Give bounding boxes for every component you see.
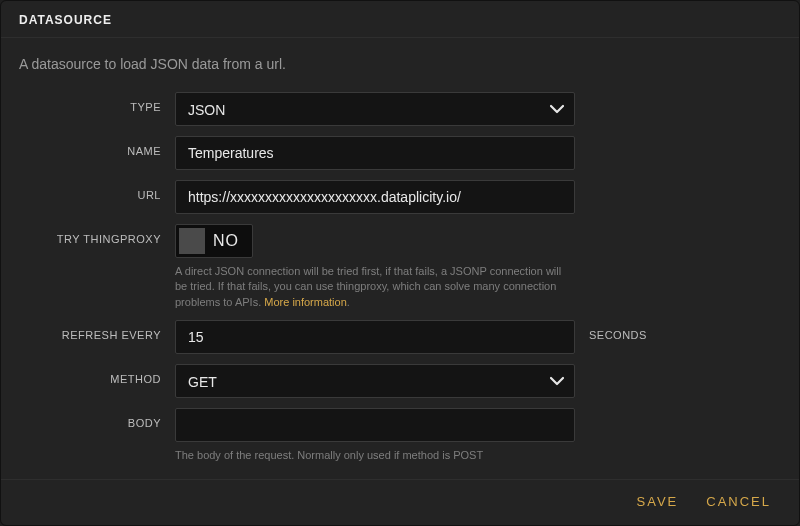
- dialog-subtitle: A datasource to load JSON data from a ur…: [1, 38, 799, 78]
- save-button[interactable]: SAVE: [637, 494, 679, 509]
- row-method: METHOD GET: [25, 364, 775, 398]
- refresh-input[interactable]: [175, 320, 575, 354]
- thingproxy-toggle[interactable]: NO: [175, 224, 253, 258]
- row-url: URL: [25, 180, 775, 214]
- thingproxy-toggle-value: NO: [205, 232, 249, 250]
- body-label: BODY: [25, 408, 175, 429]
- refresh-suffix: SECONDS: [575, 320, 695, 341]
- type-select-value: JSON: [188, 102, 225, 118]
- datasource-dialog: DATASOURCE A datasource to load JSON dat…: [0, 0, 800, 526]
- method-label: METHOD: [25, 364, 175, 385]
- row-refresh: REFRESH EVERY SECONDS: [25, 320, 775, 354]
- body-input[interactable]: [175, 408, 575, 442]
- thingproxy-help: A direct JSON connection will be tried f…: [175, 264, 575, 310]
- method-select[interactable]: GET: [175, 364, 575, 398]
- chevron-down-icon: [550, 104, 564, 114]
- chevron-down-icon: [550, 376, 564, 386]
- refresh-label: REFRESH EVERY: [25, 320, 175, 341]
- dialog-title: DATASOURCE: [19, 13, 781, 27]
- dialog-footer: SAVE CANCEL: [1, 479, 799, 525]
- row-thingproxy: TRY THINGPROXY NO A direct JSON connecti…: [25, 224, 775, 310]
- type-select[interactable]: JSON: [175, 92, 575, 126]
- thingproxy-label: TRY THINGPROXY: [25, 224, 175, 245]
- datasource-form: TYPE JSON NAME URL: [1, 78, 799, 479]
- row-type: TYPE JSON: [25, 92, 775, 126]
- dialog-header: DATASOURCE: [1, 1, 799, 38]
- toggle-knob: [179, 228, 205, 254]
- name-label: NAME: [25, 136, 175, 157]
- thingproxy-help-text: A direct JSON connection will be tried f…: [175, 265, 561, 308]
- headers-add-button[interactable]: ADD: [175, 474, 201, 479]
- cancel-button[interactable]: CANCEL: [706, 494, 771, 509]
- url-input[interactable]: [175, 180, 575, 214]
- row-body: BODY The body of the request. Normally o…: [25, 408, 775, 463]
- type-label: TYPE: [25, 92, 175, 113]
- url-label: URL: [25, 180, 175, 201]
- name-input[interactable]: [175, 136, 575, 170]
- body-help: The body of the request. Normally only u…: [175, 448, 575, 463]
- row-name: NAME: [25, 136, 775, 170]
- method-select-value: GET: [188, 374, 217, 390]
- thingproxy-more-link[interactable]: More information: [264, 296, 347, 308]
